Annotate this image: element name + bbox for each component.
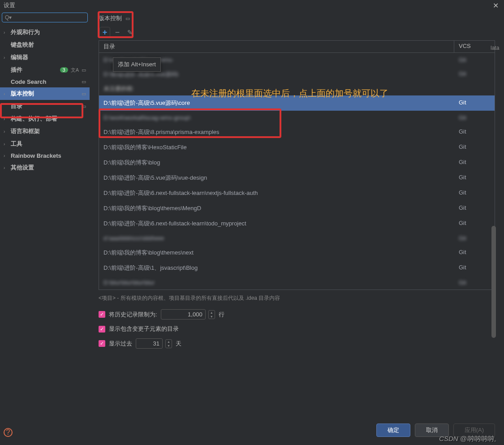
table-row[interactable]: D:\前端\我的博客\blog\themes\nextGit <box>99 245 495 260</box>
sidebar-item-label: 工具 <box>11 140 22 148</box>
scrollbar[interactable] <box>491 226 496 338</box>
sidebar-item-1[interactable]: ›键盘映射 <box>0 39 90 51</box>
chevron-right-icon: › <box>4 165 8 170</box>
cell-dir: D:\前端\进阶-高级\6.next-fullstack-learn\todo_… <box>99 216 454 231</box>
watermark: CSDN @呐呐呐呐。 <box>439 435 500 443</box>
search-input[interactable]: Q▾ <box>2 13 88 22</box>
show-past-input[interactable]: 31 <box>136 338 163 349</box>
sidebar-item-label: 外观和行为 <box>11 28 40 36</box>
cell-vcs: Git <box>454 95 495 111</box>
cell-dir: D:\前端\我的博客\HexoStaticFile <box>99 140 454 155</box>
column-header-vcs[interactable]: VCS <box>454 41 495 52</box>
sidebar-item-label: 目录 <box>11 102 22 110</box>
table-row[interactable]: d:\aaa\bbb\ccc\ddd\eeeGit <box>99 231 495 245</box>
show-changed-checkbox[interactable]: ✓ <box>99 326 105 333</box>
sidebar-item-label: 其他设置 <box>11 164 34 172</box>
chevron-right-icon: › <box>4 153 8 158</box>
reset-icon[interactable]: ▭ <box>82 91 86 97</box>
reset-icon[interactable]: ▭ <box>82 104 86 109</box>
column-header-dir[interactable]: 目录 <box>99 41 454 52</box>
table-row[interactable]: D:\前端\进阶-高级\8.prisma\prisma-examplesGit <box>99 125 495 140</box>
sidebar-item-4[interactable]: ›Code Search▭ <box>0 76 90 87</box>
sidebar-item-label: 构建、执行、部署 <box>11 115 57 123</box>
search-icon: Q▾ <box>5 14 12 21</box>
cell-dir: D:\前端\我的博客\blog\themes\MengD <box>99 201 454 216</box>
plugin-badge: 3 <box>60 67 68 73</box>
window-title: 设置 <box>4 1 15 9</box>
add-button[interactable]: + <box>99 27 110 38</box>
edit-button[interactable]: ✎ <box>125 27 135 38</box>
close-icon[interactable]: ✕ <box>491 1 500 10</box>
history-limit-unit: 行 <box>219 311 224 319</box>
table-row[interactable]: D:\前端\进阶-高级\1、jsvascript\BlogGit <box>99 260 495 276</box>
sidebar-item-0[interactable]: ›外观和行为 <box>0 26 90 39</box>
bg-text: lata <box>491 45 504 51</box>
cell-vcs: Git <box>454 125 495 140</box>
show-past-spinner[interactable]: ▲▼ <box>165 339 172 348</box>
table-row[interactable]: D:\blur\blur\blur\blurGit <box>99 276 495 289</box>
cell-vcs: Git <box>454 111 495 125</box>
sidebar-item-label: 插件 <box>11 66 22 74</box>
reset-icon[interactable]: ▭ <box>82 79 86 85</box>
remove-button[interactable]: − <box>112 27 123 38</box>
cell-dir: D:\前端\进阶-高级\6.next-fullstack-learn\nextj… <box>99 186 454 201</box>
chevron-right-icon: › <box>4 55 8 60</box>
chevron-right-icon: › <box>4 30 8 35</box>
cell-vcs: Git <box>454 216 495 231</box>
table-row[interactable]: D:\前端\我的博客\HexoStaticFileGit <box>99 140 495 155</box>
cell-dir: d:\aaa\bbb\ccc\ddd\eee <box>99 231 454 245</box>
sidebar-item-6[interactable]: ›目录▭ <box>0 100 90 112</box>
history-limit-input[interactable]: 1,000 <box>161 309 206 320</box>
cell-dir: D:\blur\blur\blur\blur <box>99 276 454 289</box>
sidebar-item-label: 键盘映射 <box>11 41 34 49</box>
annotation-text: 在未注册的根里面选中后，点上面的加号就可以了 <box>191 87 388 99</box>
history-limit-checkbox[interactable]: ✓ <box>99 311 105 318</box>
show-changed-label: 显示包含变更子元素的目录 <box>109 325 179 333</box>
help-text: <项目> - 所有模块的内容根、项目基目录的所有直接后代以及 .idea 目录内… <box>99 290 495 307</box>
sidebar-item-8[interactable]: ›语言和框架 <box>0 125 90 138</box>
sidebar-item-label: 语言和框架 <box>11 127 40 135</box>
table-row[interactable]: D:\前端\进阶-高级\6.next-fullstack-learn\nextj… <box>99 186 495 201</box>
cell-vcs: Git <box>454 201 495 216</box>
cell-vcs: Git <box>454 170 495 186</box>
table-row[interactable]: D:\前端\进阶-高级\5.vue源码\vue-designGit <box>99 170 495 186</box>
search-field[interactable] <box>13 14 85 21</box>
sidebar-item-11[interactable]: ›其他设置 <box>0 161 90 174</box>
cell-vcs: Git <box>454 245 495 260</box>
sidebar-item-label: Rainbow Brackets <box>11 152 61 159</box>
sidebar-item-label: 编辑器 <box>11 53 28 61</box>
breadcrumb: 版本控制 <box>99 14 122 22</box>
table-row[interactable]: D:\work\workall\lscag-wms-group\Git <box>99 111 495 125</box>
cell-dir: D:\前端\我的博客\blog <box>99 155 454 170</box>
sidebar-item-2[interactable]: ›编辑器 <box>0 51 90 64</box>
history-limit-spinner[interactable]: ▲▼ <box>208 310 215 319</box>
cell-dir: D:\前端\进阶-高级\8.prisma\prisma-examples <box>99 125 454 140</box>
table-row[interactable]: D:\前端\进阶-高级\6.next-fullstack-learn\todo_… <box>99 216 495 231</box>
chevron-right-icon: › <box>4 129 8 134</box>
sidebar-item-9[interactable]: ›工具 <box>0 138 90 150</box>
cell-vcs: Git <box>454 53 495 67</box>
cell-vcs: Git <box>454 67 495 82</box>
cell-vcs: Git <box>454 276 495 289</box>
cell-vcs: Git <box>454 140 495 155</box>
show-past-checkbox[interactable]: ✓ <box>99 340 105 347</box>
cell-dir: D:\前端\进阶-高级\5.vue源码\vue-design <box>99 170 454 186</box>
sidebar-item-7[interactable]: ›构建、执行、部署 <box>0 112 90 125</box>
chevron-right-icon: › <box>4 142 8 147</box>
sidebar-item-3[interactable]: ›插件3文A▭ <box>0 64 90 76</box>
chevron-right-icon: › <box>4 117 8 121</box>
lang-icon: 文A <box>71 67 79 73</box>
cell-vcs: Git <box>454 231 495 245</box>
cell-vcs: Git <box>454 155 495 170</box>
sidebar-item-10[interactable]: ›Rainbow Brackets <box>0 150 90 161</box>
sidebar-item-label: 版本控制 <box>11 90 34 98</box>
reset-icon[interactable]: ▭ <box>125 16 130 22</box>
help-icon[interactable]: ? <box>4 428 13 437</box>
reset-icon[interactable]: ▭ <box>82 67 86 73</box>
table-row[interactable]: D:\前端\我的博客\blog\themes\MengDGit <box>99 201 495 216</box>
cell-vcs: Git <box>454 260 495 276</box>
cell-dir: D:\前端\我的博客\blog\themes\next <box>99 245 454 260</box>
table-row[interactable]: D:\前端\我的博客\blogGit <box>99 155 495 170</box>
sidebar-item-5[interactable]: ›版本控制▭ <box>0 87 90 100</box>
ok-button[interactable]: 确定 <box>376 423 410 437</box>
